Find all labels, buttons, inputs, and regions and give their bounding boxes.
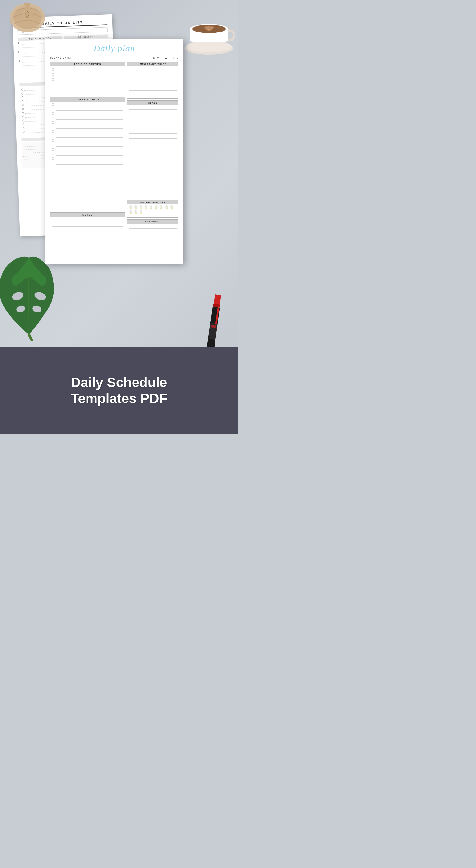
other-todos-title: OTHER TO-DO'S	[50, 97, 125, 101]
water-cup: 🥛	[133, 206, 138, 210]
priorities-section: TOP 3 PRIORITIES	[50, 62, 125, 95]
other-todos-section: OTHER TO-DO'S	[50, 97, 125, 209]
important-times-section: IMPORTANT TIMES	[127, 62, 179, 99]
date-days-row: TODAY'S DATE: S M T W T F S	[50, 56, 179, 59]
water-cup: 🥛	[154, 206, 158, 210]
water-cup: 🥛	[170, 206, 174, 210]
water-tracker-section: WATER TRACKER 🥛 🥛 🥛 🥛 🥛 🥛 🥛 🥛 🥛 🥛 🥛 🥛	[127, 200, 179, 218]
bottom-line1: Daily Schedule	[71, 374, 167, 391]
water-cup: 🥛	[144, 206, 148, 210]
water-cup: 🥛	[139, 210, 143, 214]
svg-point-3	[186, 41, 232, 53]
water-cup: 🥛	[139, 206, 143, 210]
front-paper-title: Daily plan	[50, 43, 179, 54]
water-cups-row: 🥛 🥛 🥛 🥛 🥛 🥛 🥛 🥛 🥛 🥛 🥛 🥛	[127, 205, 178, 215]
meals-section: MEALS	[127, 100, 179, 198]
water-cup: 🥛	[128, 210, 133, 214]
water-cup: 🥛	[128, 206, 133, 210]
water-tracker-title: WATER TRACKER	[127, 200, 178, 205]
left-column: TOP 3 PRIORITIES OTHER TO-DO'S	[50, 62, 125, 248]
seashell-decoration	[6, 2, 48, 38]
days-of-week: S M T W T F S	[153, 56, 179, 59]
coffee-cup-decoration	[180, 0, 238, 59]
notes-title: NOTES	[50, 213, 125, 217]
important-times-title: IMPORTANT TIMES	[127, 62, 178, 66]
meals-title: MEALS	[127, 101, 178, 105]
bottom-text: Daily Schedule Templates PDF	[71, 374, 167, 407]
notes-section: NOTES	[50, 213, 125, 248]
water-cup: 🥛	[159, 206, 164, 210]
exercise-section: EXERCISE	[127, 219, 179, 248]
todays-date-label: TODAY'S DATE:	[50, 57, 71, 59]
water-cup: 🥛	[149, 206, 153, 210]
right-column: IMPORTANT TIMES MEALS	[127, 62, 179, 248]
water-cup: 🥛	[165, 206, 169, 210]
main-grid: TOP 3 PRIORITIES OTHER TO-DO'S	[50, 62, 179, 248]
water-cup: 🥛	[133, 210, 138, 214]
front-paper-daily-plan: Daily plan TODAY'S DATE: S M T W T F S T…	[45, 38, 183, 264]
bottom-line2: Templates PDF	[71, 391, 167, 407]
exercise-title: EXERCISE	[127, 220, 178, 224]
bottom-section: Daily Schedule Templates PDF	[0, 347, 238, 434]
priorities-title: TOP 3 PRIORITIES	[50, 62, 125, 66]
